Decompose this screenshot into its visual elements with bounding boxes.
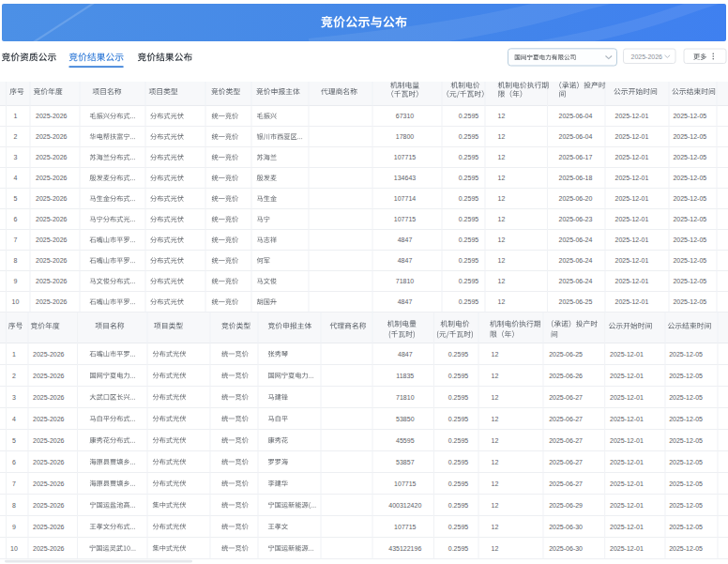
svg-text:2025-2026: 2025-2026 <box>36 298 68 305</box>
svg-text:3: 3 <box>12 394 16 401</box>
svg-text:2025-2026: 2025-2026 <box>36 113 68 119</box>
svg-text:71810: 71810 <box>396 278 415 284</box>
svg-text:2025-2026: 2025-2026 <box>33 545 65 552</box>
svg-text:2025-12-01: 2025-12-01 <box>610 373 644 379</box>
svg-text:0.2595: 0.2595 <box>448 459 469 465</box>
svg-text:2025-2026: 2025-2026 <box>36 195 68 202</box>
svg-text:4847: 4847 <box>398 236 413 243</box>
svg-text:0.2595: 0.2595 <box>448 524 469 530</box>
svg-text:2025-2026: 2025-2026 <box>36 257 68 264</box>
svg-text:4847: 4847 <box>398 298 413 305</box>
svg-text:2025-2026: 2025-2026 <box>33 373 65 379</box>
svg-text:2025-12-05: 2025-12-05 <box>669 351 703 358</box>
svg-text:7: 7 <box>14 236 18 243</box>
svg-text:2025-06-20: 2025-06-20 <box>559 195 593 202</box>
svg-text:53857: 53857 <box>396 459 415 465</box>
svg-text:0.2595: 0.2595 <box>459 236 479 243</box>
svg-text:107715: 107715 <box>394 154 416 160</box>
svg-text:6: 6 <box>14 216 18 222</box>
svg-text:2025-06-26: 2025-06-26 <box>549 373 583 379</box>
svg-text:2025-12-05: 2025-12-05 <box>673 175 706 181</box>
svg-text:3: 3 <box>14 154 18 160</box>
svg-text:2025-2026: 2025-2026 <box>33 437 65 444</box>
svg-text:12: 12 <box>498 298 506 305</box>
svg-text:2025-12-01: 2025-12-01 <box>610 459 644 465</box>
svg-text:2025-2026: 2025-2026 <box>33 459 65 465</box>
svg-text:2025-2026: 2025-2026 <box>33 480 65 487</box>
svg-text:2025-06-27: 2025-06-27 <box>549 459 583 465</box>
svg-text:6: 6 <box>12 459 16 465</box>
svg-text:107715: 107715 <box>394 216 416 222</box>
svg-text:2025-12-05: 2025-12-05 <box>673 216 706 222</box>
svg-text:0.2595: 0.2595 <box>448 416 469 422</box>
svg-text:10: 10 <box>10 545 18 552</box>
svg-text:2025-12-01: 2025-12-01 <box>615 298 649 305</box>
svg-text:2025-12-05: 2025-12-05 <box>673 154 706 160</box>
svg-text:12: 12 <box>492 502 499 509</box>
svg-text:0.2595: 0.2595 <box>459 175 479 181</box>
svg-text:0.2595: 0.2595 <box>448 394 469 401</box>
svg-text:2025-12-05: 2025-12-05 <box>669 459 703 465</box>
svg-text:1: 1 <box>12 351 16 358</box>
svg-text:12: 12 <box>492 524 499 530</box>
svg-text:0.2595: 0.2595 <box>448 373 469 379</box>
svg-text:12: 12 <box>498 216 506 222</box>
svg-text:2025-06-27: 2025-06-27 <box>549 480 583 487</box>
svg-text:0.2595: 0.2595 <box>459 133 479 140</box>
svg-text:2025-12-01: 2025-12-01 <box>610 524 644 530</box>
svg-text:7: 7 <box>12 480 16 487</box>
svg-text:12: 12 <box>498 278 506 284</box>
svg-text:0.2595: 0.2595 <box>459 154 479 160</box>
svg-text:107715: 107715 <box>394 524 416 530</box>
svg-text:2025-12-05: 2025-12-05 <box>669 394 703 401</box>
svg-text:2025-06-24: 2025-06-24 <box>559 278 593 284</box>
svg-text:2025-12-01: 2025-12-01 <box>610 502 644 509</box>
svg-text:2025-12-05: 2025-12-05 <box>669 437 703 444</box>
svg-text:2025-2026: 2025-2026 <box>36 133 68 140</box>
svg-text:2025-12-05: 2025-12-05 <box>669 545 703 552</box>
svg-text:2025-06-24: 2025-06-24 <box>559 236 593 243</box>
svg-text:2025-12-01: 2025-12-01 <box>615 195 649 202</box>
svg-text:2025-06-25: 2025-06-25 <box>549 351 583 358</box>
svg-text:2025-06-30: 2025-06-30 <box>549 545 583 552</box>
svg-text:2025-2026: 2025-2026 <box>36 216 68 222</box>
svg-text:12: 12 <box>498 154 506 160</box>
svg-text:2025-12-05: 2025-12-05 <box>673 113 706 119</box>
svg-text:11835: 11835 <box>396 373 414 379</box>
svg-text:2025-06-04: 2025-06-04 <box>559 113 593 119</box>
svg-text:5: 5 <box>14 195 18 202</box>
svg-text:2025-12-01: 2025-12-01 <box>610 437 644 444</box>
svg-text:2025-12-05: 2025-12-05 <box>669 502 703 509</box>
svg-text:0.2595: 0.2595 <box>459 195 479 202</box>
svg-text:4: 4 <box>12 416 16 422</box>
svg-text:2025-12-01: 2025-12-01 <box>610 394 644 401</box>
svg-text:4847: 4847 <box>398 257 413 264</box>
svg-text:12: 12 <box>492 459 499 465</box>
svg-text:12: 12 <box>492 351 499 358</box>
svg-text:2025-12-05: 2025-12-05 <box>669 480 703 487</box>
svg-text:2025-2026: 2025-2026 <box>33 524 65 530</box>
svg-text:2025-12-01: 2025-12-01 <box>610 351 644 358</box>
svg-text:71810: 71810 <box>396 394 415 401</box>
svg-text:2025-12-05: 2025-12-05 <box>673 195 706 202</box>
svg-text:2025-12-01: 2025-12-01 <box>610 545 644 552</box>
svg-text:2025-12-01: 2025-12-01 <box>615 216 649 222</box>
svg-text:9: 9 <box>14 278 18 284</box>
svg-text:2025-12-01: 2025-12-01 <box>615 278 649 284</box>
svg-text:2025-12-05: 2025-12-05 <box>669 524 703 530</box>
svg-text:2025-06-25: 2025-06-25 <box>559 298 593 305</box>
svg-text:2025-12-05: 2025-12-05 <box>673 298 706 305</box>
svg-text:8: 8 <box>12 502 16 509</box>
svg-text:12: 12 <box>498 113 506 119</box>
svg-text:2025-12-05: 2025-12-05 <box>669 416 703 422</box>
svg-text:0.2595: 0.2595 <box>459 113 479 119</box>
svg-text:45595: 45595 <box>396 437 415 444</box>
svg-text:0.2595: 0.2595 <box>459 257 479 264</box>
svg-text:2025-06-24: 2025-06-24 <box>559 257 593 264</box>
svg-text:2025-2026: 2025-2026 <box>33 394 65 401</box>
svg-text:12: 12 <box>492 480 499 487</box>
svg-text:12: 12 <box>498 195 506 202</box>
svg-text:12: 12 <box>498 175 506 181</box>
svg-text:2025-06-29: 2025-06-29 <box>549 502 583 509</box>
svg-text:2025-12-01: 2025-12-01 <box>615 113 649 119</box>
